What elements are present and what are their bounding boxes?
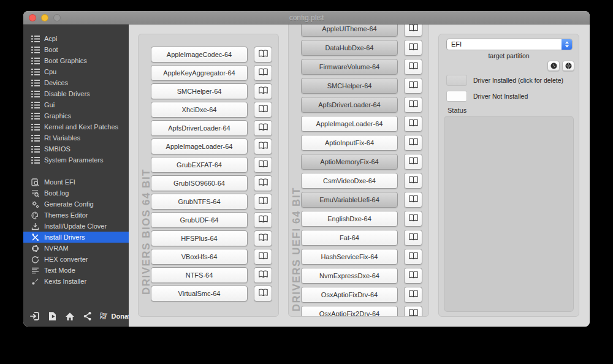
driver-doc-button[interactable] [404, 306, 422, 317]
driver-button[interactable]: AptioInputFix-64 [301, 135, 398, 151]
driver-button[interactable]: HFSPlus-64 [151, 230, 248, 246]
driver-doc-button[interactable] [254, 230, 272, 246]
sidebar-tool-item[interactable]: Kexts Installer [23, 276, 129, 287]
driver-doc-button[interactable] [254, 65, 272, 81]
sidebar-item[interactable]: Kernel and Kext Patches [23, 121, 129, 132]
driver-doc-button[interactable] [404, 97, 422, 113]
driver-button[interactable]: GrubUDF-64 [151, 212, 248, 228]
driver-button[interactable]: EmuVariableUefi-64 [301, 192, 398, 208]
driver-row: GrubNTFS-64 [151, 194, 271, 210]
driver-button[interactable]: SMCHelper-64 [301, 78, 398, 94]
driver-doc-button[interactable] [404, 59, 422, 75]
driver-doc-button[interactable] [254, 267, 272, 283]
sidebar-item[interactable]: System Parameters [23, 154, 129, 165]
select-stepper-icon [562, 39, 572, 50]
driver-button[interactable]: EnglishDxe-64 [301, 211, 398, 227]
sidebar-tool-item[interactable]: Install Drivers [23, 232, 129, 243]
driver-button[interactable]: ApfsDriverLoader-64 [301, 97, 398, 113]
sidebar-bottom-toolbar: PayPal Donate [23, 306, 129, 327]
driver-button[interactable]: GrubNTFS-64 [151, 194, 248, 210]
driver-doc-button[interactable] [254, 249, 272, 265]
sidebar-tool-item[interactable]: Themes Editor [23, 210, 129, 221]
sidebar-tool-item[interactable]: NVRAM [23, 243, 129, 254]
sidebar-item[interactable]: Cpu [23, 66, 129, 77]
driver-doc-button[interactable] [254, 138, 272, 154]
sidebar-item[interactable]: Graphics [23, 110, 129, 121]
driver-row: GrubISO9660-64 [151, 175, 271, 191]
driver-button[interactable]: HashServiceFix-64 [301, 249, 398, 265]
driver-doc-button[interactable] [254, 102, 272, 118]
driver-doc-button[interactable] [254, 47, 272, 63]
driver-doc-button[interactable] [404, 40, 422, 56]
driver-doc-button[interactable] [404, 268, 422, 284]
sidebar-item[interactable]: Boot [23, 44, 129, 55]
driver-doc-button[interactable] [254, 286, 272, 301]
open-book-icon [258, 123, 268, 133]
driver-button[interactable]: AppleImageLoader-64 [301, 116, 398, 132]
sidebar-item[interactable]: Boot Graphics [23, 55, 129, 66]
driver-doc-button[interactable] [404, 154, 422, 170]
sidebar-tool-item[interactable]: Boot.log [23, 188, 129, 199]
driver-button[interactable]: AptioMemoryFix-64 [301, 154, 398, 170]
driver-doc-button[interactable] [254, 120, 272, 136]
sidebar-tool-item[interactable]: Mount EFI [23, 176, 129, 188]
driver-button[interactable]: AppleImageCodec-64 [151, 47, 248, 63]
sidebar-tool-item[interactable]: Generate Config [23, 199, 129, 210]
sidebar-tool-item[interactable]: Text Mode [23, 265, 129, 276]
driver-doc-button[interactable] [404, 287, 422, 303]
driver-button[interactable]: FirmwareVolume-64 [301, 59, 398, 75]
driver-button[interactable]: NTFS-64 [151, 267, 248, 283]
driver-button[interactable]: GrubISO9660-64 [151, 175, 248, 191]
driver-doc-button[interactable] [404, 211, 422, 227]
driver-button[interactable]: VBoxHfs-64 [151, 249, 248, 265]
driver-doc-button[interactable] [404, 25, 422, 37]
target-partition-select[interactable]: EFI [446, 39, 573, 50]
driver-button[interactable]: AppleUITheme-64 [301, 25, 398, 37]
sidebar-item[interactable]: Rt Variables [23, 132, 129, 143]
driver-button[interactable]: Fat-64 [301, 230, 398, 246]
sidebar-item[interactable]: Devices [23, 77, 129, 88]
sidebar-item[interactable]: Acpi [23, 33, 129, 44]
driver-button[interactable]: VirtualSmc-64 [151, 286, 248, 301]
sidebar-tools-list: Mount EFI Boot.log Generate Config Theme… [23, 176, 129, 287]
driver-button[interactable]: AppleKeyAggregator-64 [151, 65, 248, 81]
sidebar-item[interactable]: Gui [23, 99, 129, 110]
sidebar-tool-item[interactable]: Install/Update Clover [23, 221, 129, 232]
driver-button[interactable]: GrubEXFAT-64 [151, 157, 248, 173]
import-config-button[interactable] [29, 311, 40, 321]
driver-doc-button[interactable] [404, 78, 422, 94]
driver-button[interactable]: NvmExpressDxe-64 [301, 268, 398, 284]
sidebar-item[interactable]: SMBIOS [23, 143, 129, 154]
driver-button[interactable]: DataHubDxe-64 [301, 40, 398, 56]
sidebar-tool-item[interactable]: HEX converter [23, 254, 129, 265]
driver-doc-button[interactable] [254, 157, 272, 173]
open-book-icon [408, 309, 419, 317]
export-config-button[interactable] [48, 311, 57, 321]
driver-doc-button[interactable] [404, 192, 422, 208]
driver-doc-button[interactable] [254, 212, 272, 228]
driver-doc-button[interactable] [404, 116, 422, 132]
refresh-partitions-button[interactable] [547, 61, 560, 71]
driver-button[interactable]: AppleImageLoader-64 [151, 138, 248, 154]
driver-doc-button[interactable] [404, 230, 422, 246]
driver-button[interactable]: XhciDxe-64 [151, 102, 248, 118]
paypal-icon[interactable]: PayPal [100, 313, 107, 320]
sidebar-item[interactable]: Disable Drivers [23, 88, 129, 99]
share-icon[interactable] [83, 311, 92, 321]
driver-button[interactable]: CsmVideoDxe-64 [301, 173, 398, 189]
open-book-icon [258, 50, 268, 59]
driver-doc-button[interactable] [254, 175, 272, 191]
home-button[interactable] [65, 312, 75, 321]
driver-doc-button[interactable] [404, 135, 422, 151]
driver-button[interactable]: OsxAptioFix2Drv-64 [301, 306, 398, 317]
driver-doc-button[interactable] [404, 249, 422, 265]
driver-button[interactable]: OsxAptioFixDrv-64 [301, 287, 398, 303]
driver-button[interactable]: SMCHelper-64 [151, 83, 248, 99]
driver-doc-button[interactable] [254, 83, 272, 99]
driver-row: ApfsDriverLoader-64 [301, 97, 421, 113]
driver-button[interactable]: ApfsDriverLoader-64 [151, 120, 248, 136]
partition-options-button[interactable] [562, 61, 574, 71]
driver-row: Fat-64 [301, 230, 421, 246]
driver-doc-button[interactable] [254, 194, 272, 210]
driver-doc-button[interactable] [404, 173, 422, 189]
